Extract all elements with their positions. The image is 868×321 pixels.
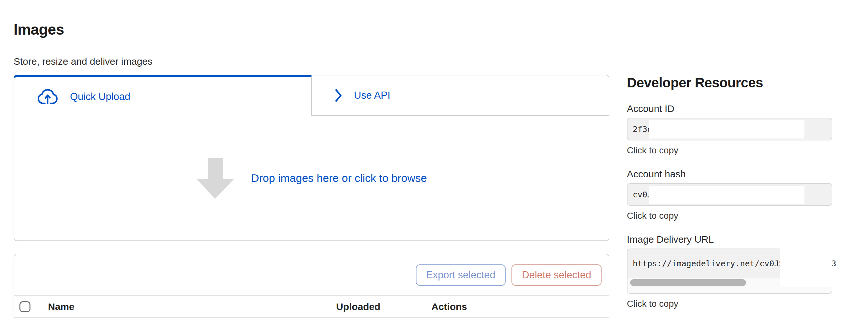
redaction-overlay	[780, 247, 832, 287]
tab-quick-upload[interactable]: Quick Upload	[13, 75, 312, 116]
cloud-upload-icon	[37, 88, 58, 105]
url-peek-char: 3	[832, 249, 836, 278]
down-arrow-icon	[196, 158, 234, 199]
dropzone-label: Drop images here or click to browse	[251, 172, 427, 184]
redaction-overlay	[649, 120, 804, 139]
page-title: Images	[13, 21, 609, 38]
table-header-row: Name Uploaded Actions	[14, 296, 609, 318]
account-hash-field: Account hash cv0J Click to copy	[627, 168, 832, 221]
account-id-field: Account ID 2f3d Click to copy	[627, 103, 832, 156]
export-selected-button[interactable]: Export selected	[416, 264, 506, 286]
tab-use-api-label: Use API	[354, 90, 390, 101]
chevron-right-icon	[335, 88, 342, 103]
main-column: Images Store, resize and deliver images …	[13, 0, 609, 321]
account-id-label: Account ID	[627, 103, 832, 114]
select-all-checkbox[interactable]	[20, 301, 30, 312]
tab-use-api[interactable]: Use API	[312, 75, 609, 116]
account-hash-copy-hint: Click to copy	[627, 210, 832, 221]
image-delivery-url-value[interactable]: https://imagedelivery.net/cv0JSj 3	[627, 249, 832, 294]
tab-quick-upload-label: Quick Upload	[70, 91, 130, 103]
developer-resources-panel: Developer Resources Account ID 2f3d Clic…	[627, 75, 832, 309]
column-header-name: Name	[48, 301, 336, 312]
table-body	[14, 318, 609, 321]
redaction-overlay	[649, 186, 804, 204]
account-hash-visible-text: cv0J	[627, 190, 652, 199]
images-table-card: Export selected Delete selected Name Upl…	[13, 254, 609, 321]
url-visible-text: https://imagedelivery.net/cv0JSj	[627, 259, 789, 268]
account-id-value[interactable]: 2f3d	[627, 118, 832, 140]
account-id-copy-hint: Click to copy	[627, 145, 832, 156]
image-delivery-url-label: Image Delivery URL	[627, 234, 832, 245]
upload-card: Quick Upload Use API Drop images he	[13, 75, 609, 241]
account-id-visible-text: 2f3d	[627, 124, 652, 134]
table-toolbar: Export selected Delete selected	[14, 254, 609, 296]
developer-resources-heading: Developer Resources	[627, 75, 832, 91]
account-hash-label: Account hash	[627, 168, 832, 180]
column-header-actions: Actions	[431, 301, 609, 312]
upload-tabs: Quick Upload Use API	[13, 75, 609, 116]
dropzone[interactable]: Drop images here or click to browse	[13, 116, 609, 241]
delete-selected-button[interactable]: Delete selected	[512, 264, 601, 286]
account-hash-value[interactable]: cv0J	[627, 183, 832, 206]
page-subtitle: Store, resize and deliver images	[13, 55, 609, 68]
select-all-cell	[20, 301, 48, 312]
image-delivery-url-field: Image Delivery URL https://imagedelivery…	[627, 234, 832, 309]
images-page: Images Store, resize and deliver images …	[0, 0, 868, 321]
image-delivery-url-copy-hint: Click to copy	[627, 298, 832, 309]
column-header-uploaded: Uploaded	[336, 301, 431, 312]
scrollbar-thumb[interactable]	[630, 279, 746, 286]
